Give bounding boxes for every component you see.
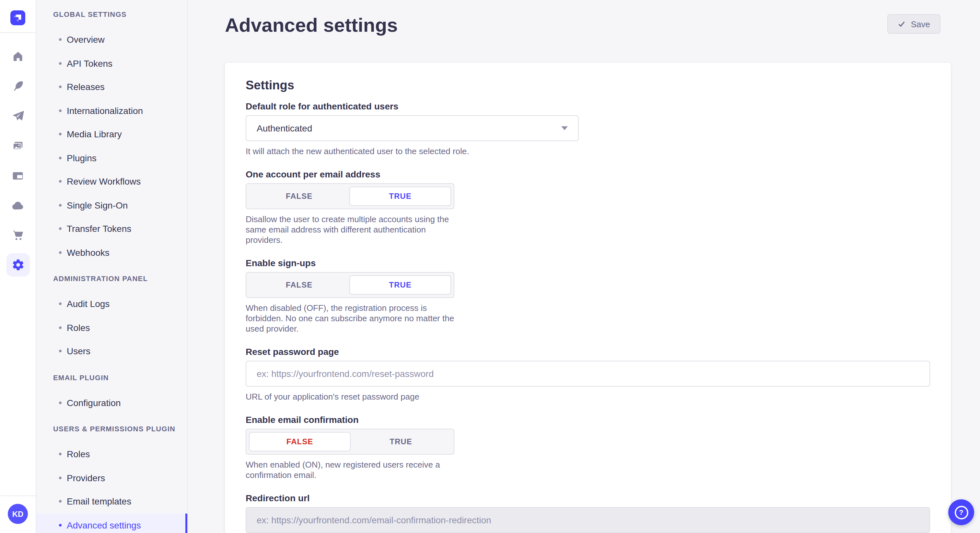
panel-heading: Settings [246,77,930,93]
sidebar-item-label: Plugins [67,153,97,163]
sidebar-item-label: Webhooks [67,247,110,258]
feather-icon[interactable] [0,71,36,101]
sidebar-section-list: Configuration [36,391,187,414]
sidebar-item-email-templates[interactable]: Email templates [36,490,187,513]
field-label: Redirection url [246,493,930,504]
toggle-true-option[interactable]: TRUE [349,275,451,295]
rail-divider [0,32,36,33]
bullet-icon [59,477,62,479]
settings-panel: Settings Default role for authenticated … [225,63,951,533]
sidebar-item-label: Configuration [67,398,121,408]
bullet-icon [59,401,62,404]
sidebar-item-providers[interactable]: Providers [36,466,187,490]
sidebar-item-label: Transfer Tokens [67,224,131,234]
home-icon[interactable] [0,41,36,71]
sidebar-item-label: Audit Logs [67,299,110,309]
active-indicator [185,513,187,533]
sidebar-item-media-library[interactable]: Media Library [36,122,187,146]
sidebar-item-label: Users [67,346,91,357]
sidebar-section-label: ADMINISTRATION PANEL [53,272,187,286]
help-fab[interactable]: ? [948,499,974,525]
settings-gear-icon[interactable] [0,250,36,280]
bullet-icon [59,109,62,112]
toggle-true-option[interactable]: TRUE [351,432,451,451]
bullet-icon [59,133,62,136]
content-builder-icon[interactable] [0,160,36,190]
sidebar-item-label: Releases [67,82,105,92]
field-label: Default role for authenticated users [246,101,930,112]
sidebar-item-roles[interactable]: Roles [36,443,187,466]
marketplace-cart-icon[interactable] [0,220,36,250]
bullet-icon [59,500,62,503]
settings-sidebar: GLOBAL SETTINGSOverviewAPI TokensRelease… [36,0,188,533]
field-hint: When enabled (ON), new registered users … [246,460,462,481]
field-label: Enable sign-ups [246,258,930,269]
bullet-icon [59,327,62,329]
field-redirection-url: Redirection url [246,493,930,533]
sidebar-item-label: Advanced settings [67,520,141,530]
sidebar-item-label: Email templates [67,497,131,507]
sidebar-item-label: Roles [67,449,90,460]
sidebar-item-internationalization[interactable]: Internationalization [36,99,187,122]
sidebar-item-api-tokens[interactable]: API Tokens [36,51,187,75]
media-library-icon[interactable] [0,131,36,160]
rail-nav [0,41,36,280]
toggle-false-option[interactable]: FALSE [249,187,349,206]
page-header: Advanced settings Save [225,0,951,38]
bullet-icon [59,86,62,89]
sidebar-item-label: Media Library [67,129,122,140]
paper-plane-icon[interactable] [0,101,36,131]
sidebar-item-releases[interactable]: Releases [36,75,187,99]
toggle-false-option[interactable]: FALSE [249,275,349,295]
field-hint: URL of your application's reset password… [246,392,930,402]
cloud-icon[interactable] [0,190,36,220]
field-enable-signups: Enable sign-ups FALSE TRUE When disabled… [246,258,930,334]
sidebar-item-label: API Tokens [67,58,113,69]
sidebar-item-single-sign-on[interactable]: Single Sign-On [36,194,187,217]
bullet-icon [59,350,62,353]
strapi-logo[interactable] [10,10,25,25]
field-email-confirmation: Enable email confirmation FALSE TRUE Whe… [246,414,930,481]
one-account-toggle: FALSE TRUE [246,183,454,209]
save-button[interactable]: Save [888,14,940,34]
active-rail-tile [6,253,30,276]
toggle-true-option[interactable]: TRUE [349,187,451,206]
sidebar-item-webhooks[interactable]: Webhooks [36,241,187,264]
strapi-logo-glyph [10,10,25,25]
rail-bottom: KD [0,488,36,533]
select-value: Authenticated [257,123,312,133]
sidebar-item-review-workflows[interactable]: Review Workflows [36,170,187,194]
sidebar-item-overview[interactable]: Overview [36,28,187,51]
reset-password-input[interactable] [246,361,930,387]
bullet-icon [59,303,62,305]
default-role-select[interactable]: Authenticated [246,115,579,141]
field-default-role: Default role for authenticated users Aut… [246,101,930,157]
sidebar-item-label: Providers [67,473,105,483]
bullet-icon [59,204,62,206]
sidebar-item-audit-logs[interactable]: Audit Logs [36,292,187,316]
sidebar-item-users[interactable]: Users [36,339,187,363]
sidebar-item-label: Overview [67,35,105,45]
sidebar-section-list: OverviewAPI TokensReleasesInternationali… [36,28,187,264]
sidebar-section-label: EMAIL PLUGIN [53,371,187,384]
main-content: Advanced settings Save Settings Default … [188,0,980,533]
bullet-icon [59,157,62,159]
rail-divider-bottom [0,495,36,496]
field-hint: Disallow the user to create multiple acc… [246,214,462,246]
question-mark-icon: ? [955,506,968,519]
bullet-icon [59,228,62,230]
save-button-label: Save [911,19,930,29]
bullet-icon [59,62,62,65]
sidebar-item-roles[interactable]: Roles [36,316,187,339]
avatar[interactable]: KD [8,504,28,524]
field-label: Enable email confirmation [246,414,930,425]
sidebar-item-advanced-settings[interactable]: Advanced settings [36,513,187,533]
sidebar-item-transfer-tokens[interactable]: Transfer Tokens [36,217,187,241]
sidebar-item-label: Review Workflows [67,176,141,187]
sidebar-section-label: USERS & PERMISSIONS PLUGIN [53,422,187,436]
sidebar-item-plugins[interactable]: Plugins [36,146,187,170]
bullet-icon [59,524,62,527]
toggle-false-option[interactable]: FALSE [249,432,351,451]
sidebar-item-configuration[interactable]: Configuration [36,391,187,414]
enable-signups-toggle: FALSE TRUE [246,272,454,298]
